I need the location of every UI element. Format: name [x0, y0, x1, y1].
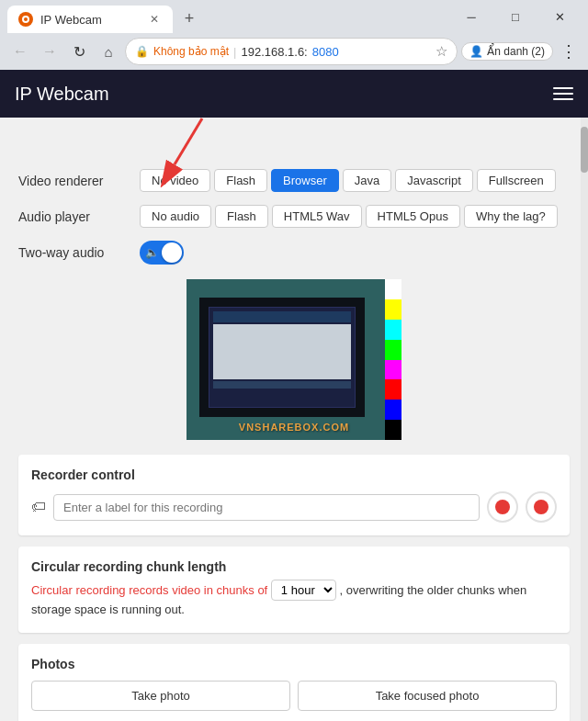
hour-select[interactable]: 1 hour [271, 580, 336, 601]
audio-option-html5opus[interactable]: HTML5 Opus [366, 205, 460, 228]
two-way-audio-row: Two-way audio 🔈 [18, 241, 570, 265]
photos-title: Photos [31, 657, 557, 671]
profile-label: Ẩn danh (2) [487, 45, 545, 58]
close-window-button[interactable]: ✕ [538, 4, 581, 29]
chunk-length-title: Circular recording chunk length [31, 559, 557, 574]
red-arrow-annotation [83, 118, 266, 187]
svg-line-1 [175, 118, 202, 164]
hamburger-menu-button[interactable] [553, 87, 573, 100]
take-focused-photo-button[interactable]: Take focused photo [298, 681, 557, 711]
main-content: Video renderer No video Flash Browser Ja… [0, 118, 588, 721]
chunk-length-section: Circular recording chunk length Circular… [18, 546, 570, 633]
lock-icon: 🔒 [135, 45, 149, 58]
record-stop-button[interactable] [526, 491, 557, 523]
audio-player-row: Audio player No audio Flash HTML5 Wav HT… [18, 205, 570, 228]
url-divider: | [233, 45, 236, 59]
url-bar[interactable]: 🔒 Không bảo mật | 192.168.1.6:8080 ☆ [125, 38, 458, 65]
maximize-button[interactable]: □ [494, 4, 537, 29]
audio-option-html5wav[interactable]: HTML5 Wav [272, 205, 362, 228]
home-button[interactable]: ⌂ [96, 39, 121, 64]
tab-close-icon[interactable]: ✕ [147, 12, 162, 27]
scrollbar-thumb[interactable] [581, 127, 588, 173]
record-start-button[interactable] [487, 491, 518, 523]
speaker-icon: 🔈 [145, 246, 159, 259]
app-header: IP Webcam [0, 70, 588, 118]
video-preview: VNSHAREBOX.COM [187, 279, 401, 440]
forward-button[interactable]: → [37, 39, 62, 64]
audio-player-options: No audio Flash HTML5 Wav HTML5 Opus Why … [140, 205, 558, 228]
photos-section: Photos Take photo Take focused photo [18, 644, 570, 721]
two-way-audio-toggle[interactable]: 🔈 [140, 241, 184, 265]
toggle-knob [162, 242, 182, 263]
tab-favicon [18, 12, 33, 27]
two-way-audio-label: Two-way audio [18, 245, 129, 260]
url-warning: Không bảo mật [153, 45, 229, 58]
tab-title: IP Webcam [40, 13, 140, 27]
back-button[interactable]: ← [7, 39, 33, 64]
app-title: IP Webcam [15, 84, 553, 105]
watermark: VNSHAREBOX.COM [239, 422, 349, 433]
scrollbar[interactable] [581, 118, 588, 721]
recorder-title: Recorder control [31, 468, 557, 482]
chunk-desc-prefix: Circular recording records video in chun… [31, 583, 267, 597]
audio-option-flash[interactable]: Flash [215, 205, 268, 228]
video-preview-container: VNSHAREBOX.COM [18, 279, 570, 440]
recorder-section: Recorder control 🏷 [18, 455, 570, 535]
url-port: 8080 [312, 45, 339, 59]
recording-label-input[interactable] [53, 494, 480, 521]
browser-menu-button[interactable]: ⋮ [557, 38, 581, 65]
tag-icon: 🏷 [31, 499, 46, 515]
audio-player-label: Audio player [18, 209, 129, 224]
take-photo-button[interactable]: Take photo [31, 681, 290, 711]
browser-tab[interactable]: IP Webcam ✕ [7, 6, 173, 33]
profile-button[interactable]: 👤 Ẩn danh (2) [461, 42, 553, 61]
refresh-button[interactable]: ↻ [66, 39, 92, 64]
url-text: 192.168.1.6: [241, 45, 307, 59]
audio-option-whythelag[interactable]: Why the lag? [464, 205, 558, 228]
star-icon[interactable]: ☆ [435, 43, 447, 60]
chunk-length-desc: Circular recording records video in chun… [31, 580, 557, 620]
minimize-button[interactable]: ─ [450, 4, 492, 29]
audio-option-noaudio[interactable]: No audio [140, 205, 211, 228]
new-tab-button[interactable]: + [176, 6, 202, 31]
